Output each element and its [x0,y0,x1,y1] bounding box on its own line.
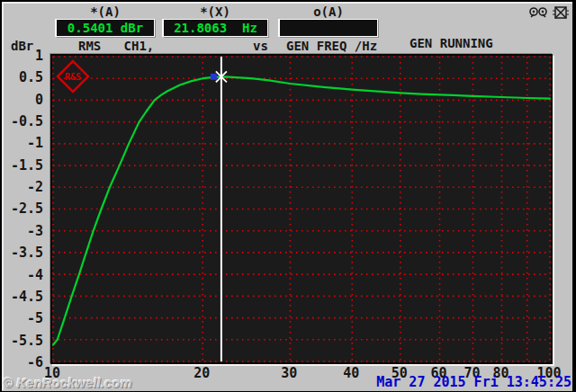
bezel-highlight-left [2,2,4,390]
bezel-edge-left [0,0,2,392]
x-axis-tick-label: 20 [175,365,229,381]
y-axis-tick-label: -0.5 [0,113,43,129]
watermark: © KenRockwell.com [3,375,132,390]
y-axis-tick-label: -5.5 [0,333,43,349]
cursor-marker-blue-square [211,74,217,80]
y-axis-tick-label: -4.5 [0,289,43,305]
y-axis-tick-label: -4 [0,267,43,283]
x-axis-tick-label: 40 [324,365,378,381]
y-axis-tick-label: -1.5 [0,157,43,174]
y-axis-tick-label: -3 [0,223,43,239]
analyzer-screen: *(A) *(X) o(A) 0.5401 dBr 21.8063 Hz dBr… [0,0,576,392]
rs-diamond-logo: R&S [52,56,94,97]
y-axis-tick-label: -3.5 [0,245,43,261]
frequency-readout-value: 21.8063 Hz [174,21,257,35]
response-trace [53,76,550,344]
y-axis-tick-label: -2 [0,179,43,195]
monitor-speaker-icon [528,5,548,20]
speaker-muted-icon [552,5,570,20]
level-readout-value: 0.5401 dBr [68,21,143,35]
rs-logo-text: R&S [65,72,81,82]
y-axis-tick-label: -5 [0,310,43,326]
bezel-edge-right [572,0,576,392]
y-unit-label: dBr [11,39,33,53]
y-axis-tick-label: -1 [0,135,43,151]
channel-a-label: *(A) [56,4,155,19]
datetime-stamp: Mar 27 2015 Fri 13:45:25 [376,374,572,390]
frequency-readout-box: 21.8063 Hz [163,19,268,37]
y-axis-tick-label: 0.5 [0,69,43,85]
channel-o-label: o(A) [279,4,378,19]
bezel-edge-top [0,0,576,2]
channel-x-label: *(X) [163,4,267,19]
frequency-response-plot [52,56,551,362]
y-axis-tick-label: 0 [0,92,43,108]
x-quantity-label: GEN FREQ /Hz [286,39,377,53]
x-axis-tick-label: 30 [262,365,316,381]
status-gen: GEN RUNNING [410,36,538,52]
aux-readout-box [279,19,378,37]
status-icon-group [528,5,570,20]
y-axis-tick-label: -2.5 [0,200,43,217]
vs-label: vs [253,39,268,53]
level-readout-box: 0.5401 dBr [56,19,155,37]
graph-area: R&S [50,54,553,364]
trace-function-label: RMS CH1, [78,39,154,53]
y-axis-tick-label: -6 [0,354,43,370]
bezel-highlight-top [2,2,574,4]
